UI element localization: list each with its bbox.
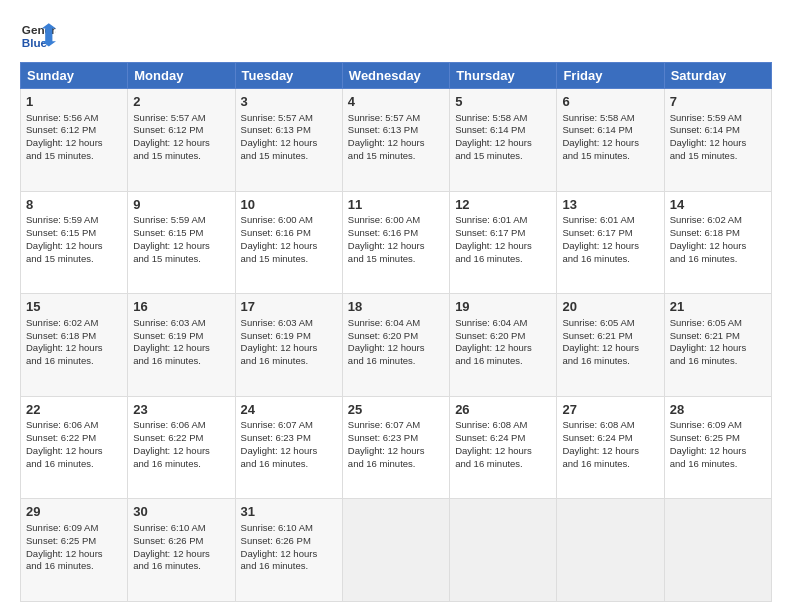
- day-info-line: and 16 minutes.: [562, 253, 658, 266]
- day-info-line: Sunrise: 6:08 AM: [455, 419, 551, 432]
- day-info-line: Daylight: 12 hours: [241, 137, 337, 150]
- day-info-line: Sunset: 6:19 PM: [133, 330, 229, 343]
- day-info-line: Sunrise: 6:09 AM: [26, 522, 122, 535]
- day-info-line: Daylight: 12 hours: [133, 548, 229, 561]
- day-number: 2: [133, 93, 229, 111]
- day-info-line: Sunrise: 5:58 AM: [455, 112, 551, 125]
- day-info-line: Sunrise: 6:10 AM: [133, 522, 229, 535]
- calendar-cell: 25Sunrise: 6:07 AMSunset: 6:23 PMDayligh…: [342, 396, 449, 499]
- calendar-cell: 18Sunrise: 6:04 AMSunset: 6:20 PMDayligh…: [342, 294, 449, 397]
- day-info-line: Sunrise: 6:06 AM: [133, 419, 229, 432]
- day-number: 7: [670, 93, 766, 111]
- calendar-cell: 23Sunrise: 6:06 AMSunset: 6:22 PMDayligh…: [128, 396, 235, 499]
- day-info-line: Daylight: 12 hours: [133, 240, 229, 253]
- day-info-line: Daylight: 12 hours: [26, 137, 122, 150]
- day-number: 23: [133, 401, 229, 419]
- day-info-line: and 16 minutes.: [455, 253, 551, 266]
- day-info-line: Sunrise: 6:02 AM: [26, 317, 122, 330]
- day-info-line: Sunset: 6:19 PM: [241, 330, 337, 343]
- day-info-line: Daylight: 12 hours: [348, 240, 444, 253]
- day-info-line: Sunrise: 6:05 AM: [562, 317, 658, 330]
- calendar-cell: 28Sunrise: 6:09 AMSunset: 6:25 PMDayligh…: [664, 396, 771, 499]
- day-number: 1: [26, 93, 122, 111]
- day-info-line: Sunrise: 6:02 AM: [670, 214, 766, 227]
- day-number: 19: [455, 298, 551, 316]
- day-info-line: Sunrise: 6:08 AM: [562, 419, 658, 432]
- day-number: 11: [348, 196, 444, 214]
- day-info-line: Sunrise: 6:04 AM: [455, 317, 551, 330]
- day-info-line: and 15 minutes.: [26, 253, 122, 266]
- day-number: 17: [241, 298, 337, 316]
- day-info-line: Daylight: 12 hours: [241, 342, 337, 355]
- day-info-line: Sunrise: 6:01 AM: [455, 214, 551, 227]
- day-number: 9: [133, 196, 229, 214]
- day-info-line: Daylight: 12 hours: [670, 342, 766, 355]
- day-info-line: Daylight: 12 hours: [455, 342, 551, 355]
- day-info-line: Daylight: 12 hours: [133, 342, 229, 355]
- day-info-line: Sunrise: 6:03 AM: [133, 317, 229, 330]
- calendar-cell: 16Sunrise: 6:03 AMSunset: 6:19 PMDayligh…: [128, 294, 235, 397]
- day-info-line: Sunset: 6:21 PM: [670, 330, 766, 343]
- calendar-cell: 17Sunrise: 6:03 AMSunset: 6:19 PMDayligh…: [235, 294, 342, 397]
- day-info-line: Daylight: 12 hours: [241, 240, 337, 253]
- day-info-line: Daylight: 12 hours: [26, 445, 122, 458]
- day-info-line: Sunrise: 6:07 AM: [348, 419, 444, 432]
- day-info-line: and 16 minutes.: [26, 458, 122, 471]
- day-info-line: and 16 minutes.: [241, 560, 337, 573]
- day-number: 3: [241, 93, 337, 111]
- day-info-line: Sunrise: 6:07 AM: [241, 419, 337, 432]
- day-info-line: and 15 minutes.: [26, 150, 122, 163]
- day-info-line: Sunrise: 5:57 AM: [241, 112, 337, 125]
- day-info-line: Sunrise: 5:59 AM: [133, 214, 229, 227]
- day-info-line: and 15 minutes.: [562, 150, 658, 163]
- day-number: 10: [241, 196, 337, 214]
- day-info-line: and 16 minutes.: [348, 355, 444, 368]
- day-info-line: Sunset: 6:20 PM: [455, 330, 551, 343]
- day-info-line: Sunset: 6:13 PM: [348, 124, 444, 137]
- day-number: 4: [348, 93, 444, 111]
- calendar-cell: 24Sunrise: 6:07 AMSunset: 6:23 PMDayligh…: [235, 396, 342, 499]
- day-info-line: Sunrise: 6:05 AM: [670, 317, 766, 330]
- calendar-cell: 10Sunrise: 6:00 AMSunset: 6:16 PMDayligh…: [235, 191, 342, 294]
- day-header-tuesday: Tuesday: [235, 63, 342, 89]
- day-info-line: Sunset: 6:18 PM: [26, 330, 122, 343]
- calendar-cell: 31Sunrise: 6:10 AMSunset: 6:26 PMDayligh…: [235, 499, 342, 602]
- day-info-line: and 16 minutes.: [241, 355, 337, 368]
- day-number: 31: [241, 503, 337, 521]
- day-info-line: Sunrise: 6:03 AM: [241, 317, 337, 330]
- calendar-week-row: 1Sunrise: 5:56 AMSunset: 6:12 PMDaylight…: [21, 89, 772, 192]
- day-info-line: and 16 minutes.: [670, 355, 766, 368]
- day-info-line: Daylight: 12 hours: [348, 342, 444, 355]
- day-info-line: Sunset: 6:22 PM: [133, 432, 229, 445]
- day-info-line: Sunset: 6:14 PM: [670, 124, 766, 137]
- calendar-cell: 26Sunrise: 6:08 AMSunset: 6:24 PMDayligh…: [450, 396, 557, 499]
- calendar-cell: 19Sunrise: 6:04 AMSunset: 6:20 PMDayligh…: [450, 294, 557, 397]
- day-number: 13: [562, 196, 658, 214]
- day-info-line: Daylight: 12 hours: [348, 445, 444, 458]
- header: General Blue: [20, 16, 772, 52]
- day-info-line: and 16 minutes.: [562, 355, 658, 368]
- day-info-line: and 16 minutes.: [133, 458, 229, 471]
- calendar-cell: [342, 499, 449, 602]
- day-header-thursday: Thursday: [450, 63, 557, 89]
- day-header-friday: Friday: [557, 63, 664, 89]
- day-number: 5: [455, 93, 551, 111]
- calendar-cell: 8Sunrise: 5:59 AMSunset: 6:15 PMDaylight…: [21, 191, 128, 294]
- day-info-line: Daylight: 12 hours: [562, 240, 658, 253]
- day-info-line: and 15 minutes.: [348, 150, 444, 163]
- calendar-cell: 4Sunrise: 5:57 AMSunset: 6:13 PMDaylight…: [342, 89, 449, 192]
- calendar-week-row: 29Sunrise: 6:09 AMSunset: 6:25 PMDayligh…: [21, 499, 772, 602]
- day-info-line: Daylight: 12 hours: [241, 548, 337, 561]
- calendar-table: SundayMondayTuesdayWednesdayThursdayFrid…: [20, 62, 772, 602]
- day-info-line: Daylight: 12 hours: [26, 240, 122, 253]
- day-info-line: Daylight: 12 hours: [670, 445, 766, 458]
- day-info-line: Daylight: 12 hours: [455, 445, 551, 458]
- day-number: 12: [455, 196, 551, 214]
- calendar-cell: 5Sunrise: 5:58 AMSunset: 6:14 PMDaylight…: [450, 89, 557, 192]
- calendar-cell: 20Sunrise: 6:05 AMSunset: 6:21 PMDayligh…: [557, 294, 664, 397]
- page: General Blue SundayMondayTuesdayWednesda…: [0, 0, 792, 612]
- day-info-line: Sunset: 6:21 PM: [562, 330, 658, 343]
- day-info-line: and 15 minutes.: [348, 253, 444, 266]
- day-number: 29: [26, 503, 122, 521]
- day-info-line: and 16 minutes.: [455, 458, 551, 471]
